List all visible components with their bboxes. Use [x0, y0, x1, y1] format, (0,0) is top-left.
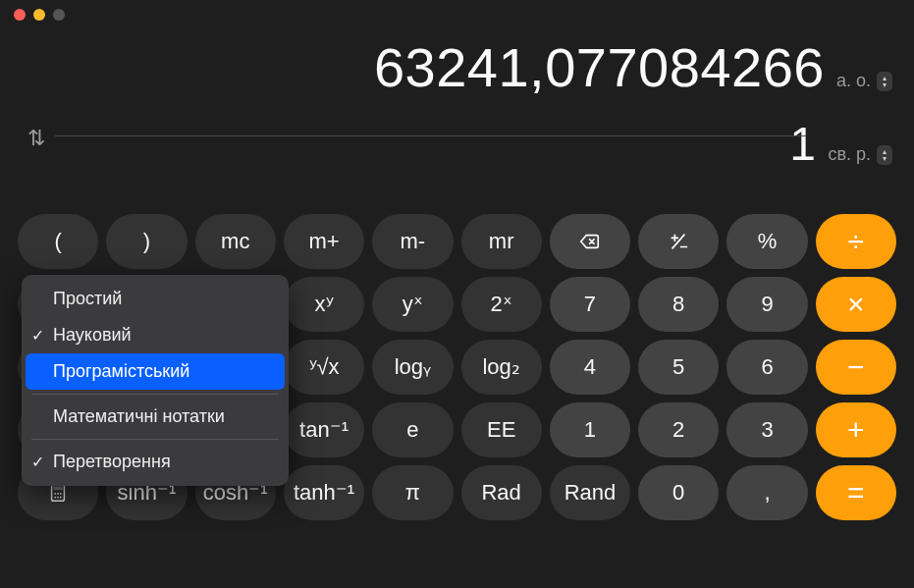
key-2[interactable]: 2	[638, 402, 719, 457]
key-tanh-inverse[interactable]: tanh⁻¹	[284, 465, 364, 520]
key-0[interactable]: 0	[638, 465, 719, 520]
key-4[interactable]: 4	[550, 340, 630, 395]
key-log-y[interactable]: logᵧ	[372, 340, 453, 395]
key-plus-minus[interactable]	[638, 214, 719, 269]
key-2-power-x[interactable]: 2ˣ	[461, 277, 542, 332]
svg-point-3	[57, 493, 59, 495]
svg-point-5	[54, 497, 56, 499]
key-backspace[interactable]	[550, 214, 630, 269]
key-tan-inverse[interactable]: tan⁻¹	[284, 402, 364, 457]
key-divide[interactable]: ÷	[816, 214, 896, 269]
key-8[interactable]: 8	[638, 277, 719, 332]
secondary-unit-selector[interactable]: св. р. ▴▾	[828, 144, 892, 165]
key-minus[interactable]: −	[816, 340, 896, 395]
key-7[interactable]: 7	[550, 277, 630, 332]
key-left-paren[interactable]: (	[18, 214, 98, 269]
menu-item-scientific[interactable]: ✓ Науковий	[22, 317, 289, 353]
menu-item-label: Простий	[53, 289, 122, 309]
key-EE[interactable]: EE	[461, 402, 542, 457]
menu-separator	[31, 439, 279, 440]
swap-icon[interactable]: ⇅	[27, 126, 45, 151]
menu-item-math-notes[interactable]: Математичні нотатки	[22, 399, 289, 435]
maximize-window-button[interactable]	[53, 9, 65, 21]
menu-item-label: Програмістський	[53, 361, 189, 382]
checkmark-icon: ✓	[31, 326, 44, 345]
key-6[interactable]: 6	[726, 340, 807, 395]
key-mminus[interactable]: m-	[372, 214, 453, 269]
key-log-2[interactable]: log₂	[461, 340, 542, 395]
key-9[interactable]: 9	[726, 277, 807, 332]
key-plus[interactable]: +	[816, 402, 896, 457]
key-1[interactable]: 1	[550, 402, 630, 457]
primary-unit-selector[interactable]: а. о. ▴▾	[836, 71, 892, 91]
key-percent[interactable]: %	[726, 214, 807, 269]
key-decimal[interactable]: ,	[726, 465, 807, 520]
menu-item-convert[interactable]: ✓ Перетворення	[22, 444, 289, 480]
key-rad[interactable]: Rad	[461, 465, 542, 520]
chevron-updown-icon: ▴▾	[877, 72, 892, 91]
key-mplus[interactable]: m+	[284, 214, 364, 269]
backspace-icon	[579, 231, 601, 252]
menu-item-label: Перетворення	[53, 452, 171, 472]
menu-item-programmer[interactable]: Програмістський	[26, 353, 285, 390]
primary-display-value: 63241,077084266	[374, 35, 825, 99]
mode-menu: Простий ✓ Науковий Програмістський Матем…	[22, 275, 289, 486]
svg-point-6	[57, 497, 59, 499]
window-titlebar	[0, 0, 914, 29]
minimize-window-button[interactable]	[33, 9, 45, 21]
plus-minus-icon	[668, 231, 689, 252]
key-y-root-x[interactable]: ʸ√x	[284, 340, 364, 395]
secondary-unit-label: св. р.	[828, 144, 871, 165]
key-mr[interactable]: mr	[461, 214, 542, 269]
key-equals[interactable]: =	[816, 465, 896, 520]
svg-rect-1	[54, 487, 63, 491]
svg-point-2	[54, 493, 56, 495]
key-pi[interactable]: π	[372, 465, 453, 520]
key-5[interactable]: 5	[638, 340, 719, 395]
chevron-updown-icon: ▴▾	[877, 145, 892, 165]
menu-item-label: Науковий	[53, 325, 132, 346]
menu-item-basic[interactable]: Простий	[22, 281, 289, 317]
secondary-display-value: 1	[789, 117, 816, 171]
key-e[interactable]: e	[372, 402, 453, 457]
display-divider	[55, 135, 806, 136]
key-3[interactable]: 3	[726, 402, 807, 457]
key-right-paren[interactable]: )	[106, 214, 187, 269]
close-window-button[interactable]	[14, 9, 26, 21]
key-multiply[interactable]: ×	[816, 277, 896, 332]
key-y-power-x[interactable]: yˣ	[372, 277, 453, 332]
svg-point-4	[60, 493, 62, 495]
checkmark-icon: ✓	[31, 453, 44, 471]
key-mc[interactable]: mc	[195, 214, 276, 269]
menu-item-label: Математичні нотатки	[53, 406, 225, 427]
menu-separator	[31, 394, 279, 395]
primary-unit-label: а. о.	[836, 71, 871, 91]
key-x-power-y[interactable]: xʸ	[284, 277, 364, 332]
display-area: 63241,077084266 а. о. ▴▾ 1 св. р. ▴▾	[0, 29, 914, 171]
svg-point-7	[60, 497, 62, 499]
key-rand[interactable]: Rand	[550, 465, 630, 520]
